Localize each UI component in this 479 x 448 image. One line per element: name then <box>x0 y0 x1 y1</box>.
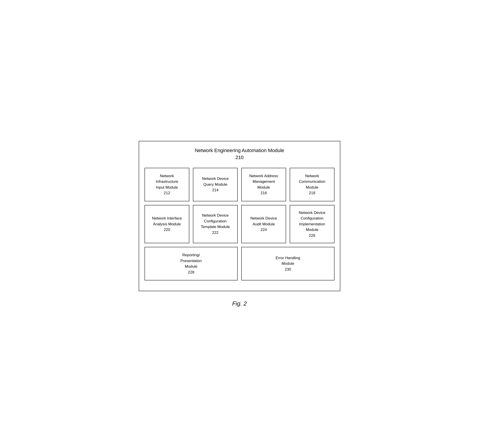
outer-title-number: 210 <box>235 155 244 160</box>
page-wrapper: Network Engineering Automation Module 21… <box>139 141 340 307</box>
row3: Reporting/ Presentation Module 228 Error… <box>145 247 334 280</box>
module-220: Network Interface Analysis Module 220 <box>145 205 189 244</box>
module-226: Network Device Configuration Implementat… <box>290 205 334 244</box>
module-218: Network Communication Module 218 <box>290 168 334 201</box>
row1: Network Infrastructure Input Module 212 … <box>145 168 334 201</box>
fig-label: Fig. 2 <box>232 300 247 307</box>
module-222: Network Device Configuration Template Mo… <box>193 205 238 244</box>
module-212: Network Infrastructure Input Module 212 <box>145 168 189 201</box>
outer-title: Network Engineering Automation Module 21… <box>145 147 334 161</box>
module-228: Reporting/ Presentation Module 228 <box>145 247 238 280</box>
module-230: Error Handling Module 230 <box>241 247 334 280</box>
module-216: Network Address Management Module 216 <box>241 168 286 201</box>
outer-box: Network Engineering Automation Module 21… <box>139 141 340 291</box>
row2: Network Interface Analysis Module 220 Ne… <box>145 205 334 244</box>
module-214: Network Device Query Module 214 <box>193 168 238 201</box>
module-224: Network Device Audit Module 224 <box>241 205 286 244</box>
outer-title-line1: Network Engineering Automation Module <box>195 148 284 153</box>
